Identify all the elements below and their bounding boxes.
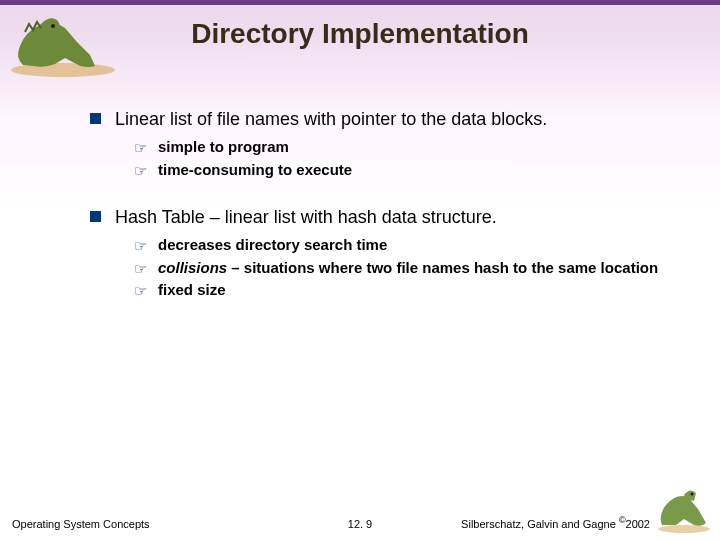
square-bullet-icon	[90, 113, 101, 124]
bullet-item: Hash Table – linear list with hash data …	[90, 206, 680, 229]
footer-authors: Silberschatz, Galvin and Gagne	[461, 518, 619, 530]
footer-right: Silberschatz, Galvin and Gagne ©2002	[461, 515, 650, 530]
sub-bullet-rest: – situations where two file names hash t…	[227, 259, 658, 276]
sub-bullet-text: time-consuming to execute	[158, 160, 352, 180]
slide-title: Directory Implementation	[0, 18, 720, 50]
sub-bullet-item: ☞ decreases directory search time	[134, 235, 680, 255]
hand-icon: ☞	[134, 139, 148, 157]
footer-year: 2002	[626, 518, 650, 530]
sub-bullet-text: simple to program	[158, 137, 289, 157]
italic-term: collisions	[158, 259, 227, 276]
content-area: Linear list of file names with pointer t…	[90, 108, 680, 326]
sub-bullet-text: fixed size	[158, 280, 226, 300]
sub-bullet-item: ☞ fixed size	[134, 280, 680, 300]
copyright-symbol: ©	[619, 515, 626, 525]
sub-bullet-item: ☞ time-consuming to execute	[134, 160, 680, 180]
square-bullet-icon	[90, 211, 101, 222]
sub-bullet-item: ☞ simple to program	[134, 137, 680, 157]
bullet-text: Hash Table – linear list with hash data …	[115, 206, 497, 229]
hand-icon: ☞	[134, 282, 148, 300]
sub-bullet-text: collisions – situations where two file n…	[158, 258, 658, 278]
sub-bullet-group: ☞ simple to program ☞ time-consuming to …	[134, 137, 680, 180]
bullet-text: Linear list of file names with pointer t…	[115, 108, 547, 131]
svg-point-2	[658, 525, 710, 533]
hand-icon: ☞	[134, 162, 148, 180]
sub-bullet-item: ☞ collisions – situations where two file…	[134, 258, 680, 278]
hand-icon: ☞	[134, 260, 148, 278]
slide: Directory Implementation Linear list of …	[0, 0, 720, 540]
top-stripe	[0, 0, 720, 5]
hand-icon: ☞	[134, 237, 148, 255]
bullet-item: Linear list of file names with pointer t…	[90, 108, 680, 131]
sub-bullet-group: ☞ decreases directory search time ☞ coll…	[134, 235, 680, 300]
svg-point-3	[691, 493, 694, 496]
sub-bullet-text: decreases directory search time	[158, 235, 387, 255]
dinosaur-logo-bottom	[654, 479, 714, 534]
